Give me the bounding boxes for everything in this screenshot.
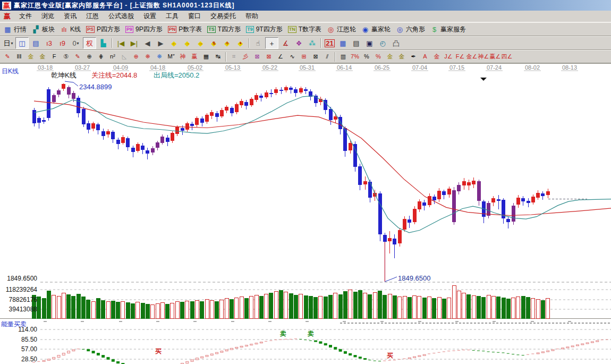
bar-grid-tool[interactable]: ▥	[337, 52, 349, 62]
world-clock-button[interactable]: ◴	[377, 38, 389, 48]
f-grid-tool[interactable]: F	[48, 52, 60, 62]
kline-9-button[interactable]: ı9	[56, 38, 69, 48]
pattern-tool-button[interactable]: ❖	[293, 38, 305, 48]
ying-angle-tool[interactable]: 赢∠	[489, 52, 501, 62]
percent-tool[interactable]: %	[361, 52, 372, 62]
zoom-in-all-button[interactable]: ◆✛	[221, 38, 233, 48]
gold-grid-1-tool[interactable]: 金	[25, 52, 37, 62]
gold-red-lines-tool[interactable]: 金	[431, 52, 443, 62]
si-angle-tool[interactable]: 四∠	[501, 52, 513, 62]
crosshair-tool-button[interactable]: ＋	[265, 37, 278, 49]
pen-red-tool[interactable]: ✎	[2, 52, 13, 62]
dragon-tool-icon: ⁂	[309, 40, 316, 47]
compass-circle-tool[interactable]: ⊕	[83, 52, 95, 62]
gold-circle-tool[interactable]: 金	[384, 52, 396, 62]
notes-button[interactable]: ▤	[350, 38, 362, 48]
zoom-right-button[interactable]: ◆→	[181, 38, 193, 48]
toolbar-9p-square-button[interactable]: P99P四方形	[123, 24, 166, 35]
f-angle-tool[interactable]: F∠	[454, 52, 466, 62]
spiral-5-tool[interactable]: ⑤	[60, 52, 72, 62]
next-page-button[interactable]: ▶	[155, 38, 167, 48]
info-view-button[interactable]: ▤	[30, 38, 42, 48]
wave-line-icon: ∿	[290, 54, 294, 60]
ying-grid-tool[interactable]: 赢	[189, 52, 200, 62]
angle-line-tool[interactable]: ∠	[275, 52, 286, 62]
menu-item-6[interactable]: 设置	[139, 12, 161, 21]
chart-plot-canvas[interactable]	[0, 64, 611, 364]
rights-adjust-button[interactable]: 权	[83, 37, 96, 49]
toolbar-p-square-button[interactable]: PSP四方形	[84, 24, 123, 35]
percent-lines-tool[interactable]: %	[372, 52, 384, 62]
pen-marker-tool[interactable]: ✎	[72, 52, 83, 62]
color-volume-button[interactable]: ▙	[97, 38, 109, 48]
menu-item-7[interactable]: 工具	[161, 12, 183, 21]
gann-fan-tool[interactable]: 彡	[240, 52, 251, 62]
chart-area[interactable]: 03-1803-2704-0904-1805-0205-1305-2205-31…	[0, 63, 611, 364]
gann-web-red-tool[interactable]: ❋	[142, 52, 154, 62]
m-marks-tool[interactable]: M″	[165, 52, 177, 62]
shen-grid-tool[interactable]: 神	[177, 52, 189, 62]
ying-angle-icon: 赢∠	[490, 54, 501, 60]
protractor-tool[interactable]: ◺	[118, 52, 130, 62]
zoom-left-button[interactable]: ◆←	[168, 38, 180, 48]
menu-item-2[interactable]: 浏览	[37, 12, 59, 21]
menu-item-8[interactable]: 窗口	[183, 12, 206, 21]
period-daily-button[interactable]: 日▾	[2, 38, 14, 48]
gann-web-blue-tool[interactable]: ❋	[154, 52, 165, 62]
menu-item-4[interactable]: 江恩	[81, 12, 104, 21]
dragon-tool-button[interactable]: ⁂	[306, 38, 318, 48]
first-page-button[interactable]: |◀	[115, 38, 127, 48]
gold-grid-2-tool[interactable]: 金	[37, 52, 48, 62]
menu-item-3[interactable]: 资讯	[59, 12, 81, 21]
menu-item-10[interactable]: 帮助	[241, 12, 263, 21]
zoom-vertical-button[interactable]: ◆⇅	[208, 38, 220, 48]
toolbar-hexagon-button[interactable]: ◎六角形	[394, 24, 428, 35]
a-lines-tool[interactable]: A	[419, 52, 431, 62]
toolbar-winner-wheel-button[interactable]: ◉赢家轮	[359, 24, 394, 35]
indicator-window-button[interactable]: ◫	[15, 37, 29, 49]
toolbar-t-number-table-button[interactable]: TNT数字表	[286, 24, 325, 35]
save-button[interactable]: ▣	[363, 38, 376, 48]
grid-red-tool[interactable]: ⊞	[298, 52, 310, 62]
zoom-horizontal-button[interactable]: ◆↔	[194, 38, 207, 48]
toolbar-sectors-button[interactable]: ▞板块	[30, 24, 58, 35]
print-button[interactable]: 凸	[390, 38, 402, 48]
toolbar-t-square-button[interactable]: TST四方形	[205, 24, 244, 35]
n-square-lines-tool[interactable]: n²	[107, 52, 118, 62]
hollow-candle-button[interactable]: 0▾	[70, 38, 82, 48]
angle-tool-button[interactable]: ∡	[279, 38, 292, 48]
box-grid-tool[interactable]: ⌗	[228, 52, 240, 62]
kline-3-button[interactable]: ı3	[43, 38, 55, 48]
ink-pen-tool[interactable]: ✒	[408, 52, 419, 62]
menu-item-5[interactable]: 公式选股	[104, 12, 139, 21]
toolbar-quotes-button[interactable]: ▦行情	[2, 24, 30, 35]
number-grid-tool[interactable]: ▦	[200, 52, 212, 62]
shen-angle-tool[interactable]: 神∠	[478, 52, 489, 62]
parallel-lines-tool[interactable]: ⫽	[321, 52, 333, 62]
calculator-button[interactable]: ▦	[337, 38, 349, 48]
toolbar-kline-button[interactable]: ılıK线	[58, 24, 84, 35]
fan-box-1-tool[interactable]: ⊠	[251, 52, 263, 62]
toolbar-9t-square-button[interactable]: T99T四方形	[244, 24, 286, 35]
multi-lines-tool[interactable]: ǁǁ	[13, 52, 25, 62]
wave-line-tool[interactable]: ∿	[286, 52, 298, 62]
percent-7-tool[interactable]: 7%	[349, 52, 361, 62]
toolbar-gann-wheel-button[interactable]: ◎江恩轮	[325, 24, 359, 35]
calendar-button[interactable]: 21	[324, 38, 336, 48]
zoom-out-all-button[interactable]: ◆✦	[234, 38, 247, 48]
prev-page-button[interactable]: ◀	[141, 38, 154, 48]
gold-lines-tool[interactable]: 金	[396, 52, 408, 62]
ratio-lines-tool[interactable]: ⋕	[95, 52, 107, 62]
fan-box-2-tool[interactable]: ⊠	[263, 52, 275, 62]
toolbar-p-number-table-button[interactable]: PNP数字表	[166, 24, 206, 35]
last-page-button[interactable]: ▶|	[128, 38, 140, 48]
width-measure-tool[interactable]: ↹	[212, 52, 224, 62]
target-circle-tool[interactable]: ⊕	[130, 52, 142, 62]
hand-tool-button[interactable]: ☝	[252, 38, 264, 48]
toolbar-winner-service-button[interactable]: $赢家服务	[428, 24, 469, 35]
j-angle-tool[interactable]: J∠	[443, 52, 454, 62]
gold-angle-tool[interactable]: 金∠	[466, 52, 478, 62]
menu-item-1[interactable]: 文件	[14, 12, 37, 21]
grid-cross-tool[interactable]: ⊠	[310, 52, 321, 62]
menu-item-9[interactable]: 交易委托	[206, 12, 241, 21]
